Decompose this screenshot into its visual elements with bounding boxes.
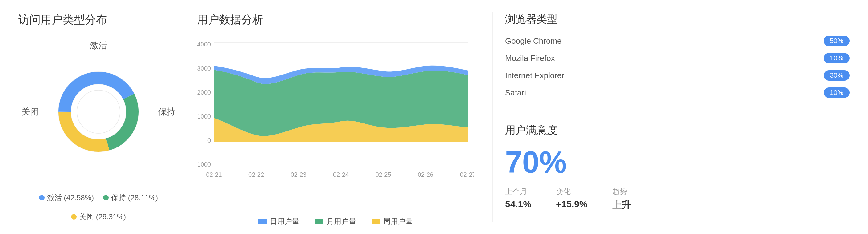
donut-labels: 激活 关闭 保持: [19, 37, 179, 186]
svg-text:2000: 2000: [197, 89, 211, 96]
browser-name-ie: Internet Explorer: [505, 71, 817, 80]
svg-text:02-21: 02-21: [206, 171, 222, 178]
area-chart: 4000 3000 2000 1000 0 -1000: [197, 37, 474, 209]
stat-value-change: +15.9%: [556, 199, 588, 209]
svg-text:4000: 4000: [197, 41, 211, 48]
donut-container: 激活 关闭 保持: [19, 37, 179, 186]
svg-text:0: 0: [208, 137, 211, 144]
stat-label-change: 变化: [556, 186, 588, 197]
label-left: 关闭: [22, 106, 39, 118]
svg-text:02-22: 02-22: [248, 171, 264, 178]
browser-badge-safari: 10%: [824, 87, 849, 98]
legend-label-weekly: 周用户量: [383, 216, 413, 226]
legend-dot-close: [71, 214, 76, 220]
satisfaction-value: 70%: [505, 147, 849, 177]
svg-text:02-26: 02-26: [418, 171, 433, 178]
svg-text:-1000: -1000: [197, 161, 211, 168]
stat-value-last-month: 54.1%: [505, 199, 531, 209]
svg-text:1000: 1000: [197, 113, 211, 120]
left-panel-title: 访问用户类型分布: [19, 12, 179, 27]
browser-row-firefox: Mozila Firefox 10%: [505, 53, 849, 63]
legend-item-keep: 保持 (28.11%): [103, 193, 158, 203]
satisfaction-stats: 上个月 54.1% 变化 +15.9% 趋势 上升: [505, 186, 849, 211]
svg-text:02-27: 02-27: [460, 171, 474, 178]
chart-area: 4000 3000 2000 1000 0 -1000: [197, 37, 474, 210]
legend-daily: 日用户量: [258, 216, 300, 226]
browser-row-chrome: Google Chrome 50%: [505, 36, 849, 46]
legend-rect-monthly: [315, 218, 323, 224]
stat-change: 变化 +15.9%: [556, 186, 588, 211]
stat-trend: 趋势 上升: [612, 186, 631, 211]
middle-panel-title: 用户数据分析: [197, 12, 474, 27]
legend-item-activate: 激活 (42.58%): [39, 193, 94, 203]
label-right: 保持: [158, 106, 176, 118]
browser-badge-ie: 30%: [824, 70, 849, 81]
legend-weekly: 周用户量: [372, 216, 413, 226]
stat-label-last-month: 上个月: [505, 186, 531, 197]
legend-rect-daily: [258, 218, 267, 224]
browser-badge-firefox: 10%: [824, 53, 849, 63]
satisfaction-title: 用户满意度: [505, 123, 849, 137]
label-top: 激活: [90, 40, 107, 51]
legend-label-keep: 保持 (28.11%): [111, 193, 158, 203]
legend-monthly: 月用户量: [315, 216, 356, 226]
legend-label-close: 关闭 (29.31%): [79, 212, 126, 222]
svg-text:02-23: 02-23: [290, 171, 306, 178]
satisfaction-section: 用户满意度 70% 上个月 54.1% 变化 +15.9% 趋势 上升: [505, 123, 849, 222]
main-container: 访问用户类型分布 激活 关闭 保持: [0, 0, 868, 234]
browser-name-chrome: Google Chrome: [505, 36, 817, 46]
browser-row-ie: Internet Explorer 30%: [505, 70, 849, 81]
legend-dot-activate: [39, 195, 44, 200]
legend-label-daily: 日用户量: [270, 216, 300, 226]
svg-text:3000: 3000: [197, 65, 211, 72]
legend-label-activate: 激活 (42.58%): [47, 193, 94, 203]
stat-label-trend: 趋势: [612, 186, 631, 197]
browser-name-firefox: Mozila Firefox: [505, 54, 817, 63]
chart-legend: 日用户量 月用户量 周用户量: [197, 216, 474, 226]
legend-rect-weekly: [372, 218, 380, 224]
browser-section-title: 浏览器类型: [505, 12, 849, 27]
right-panel: 浏览器类型 Google Chrome 50% Mozila Firefox 1…: [493, 12, 849, 222]
legend-dot-keep: [103, 195, 108, 200]
legend-item-close: 关闭 (29.31%): [71, 212, 126, 222]
legend-label-monthly: 月用户量: [327, 216, 356, 226]
middle-panel: 用户数据分析 4000 3000 2000 1000 0 -1000: [197, 12, 474, 222]
browser-row-safari: Safari 10%: [505, 87, 849, 98]
stat-last-month: 上个月 54.1%: [505, 186, 531, 211]
browser-name-safari: Safari: [505, 88, 817, 97]
svg-text:02-25: 02-25: [375, 171, 391, 178]
stat-value-trend: 上升: [612, 199, 631, 211]
legend-row: 激活 (42.58%) 保持 (28.11%) 关闭 (29.31%): [19, 193, 179, 222]
browser-section: 浏览器类型 Google Chrome 50% Mozila Firefox 1…: [505, 12, 849, 105]
svg-text:02-24: 02-24: [333, 171, 349, 178]
browser-badge-chrome: 50%: [824, 36, 849, 46]
left-panel: 访问用户类型分布 激活 关闭 保持: [19, 12, 179, 222]
